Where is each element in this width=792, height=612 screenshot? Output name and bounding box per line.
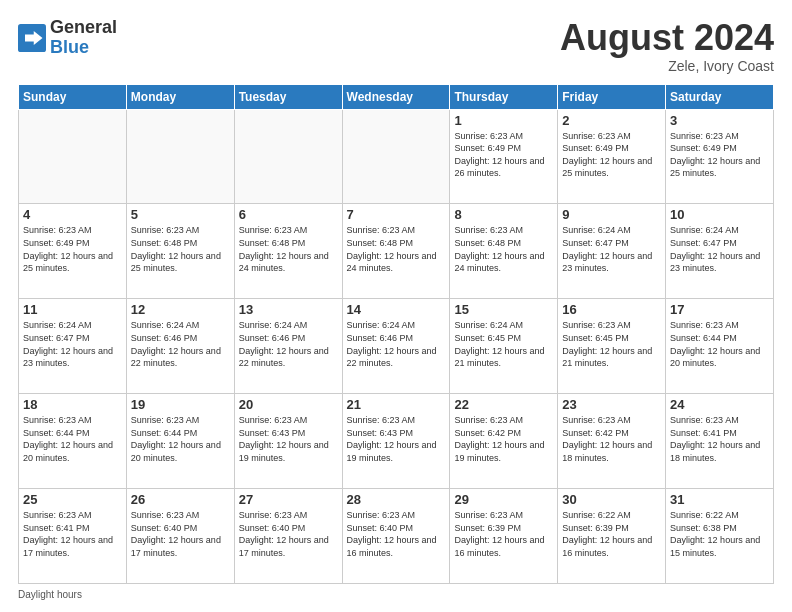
day-number: 18 [23, 397, 122, 412]
calendar-cell: 30Sunrise: 6:22 AM Sunset: 6:39 PM Dayli… [558, 489, 666, 584]
day-info: Sunrise: 6:23 AM Sunset: 6:49 PM Dayligh… [454, 130, 553, 180]
calendar-cell: 28Sunrise: 6:23 AM Sunset: 6:40 PM Dayli… [342, 489, 450, 584]
day-info: Sunrise: 6:23 AM Sunset: 6:42 PM Dayligh… [562, 414, 661, 464]
calendar-week-row: 25Sunrise: 6:23 AM Sunset: 6:41 PM Dayli… [19, 489, 774, 584]
header: General Blue August 2024 Zele, Ivory Coa… [18, 18, 774, 74]
calendar-header-row: SundayMondayTuesdayWednesdayThursdayFrid… [19, 84, 774, 109]
calendar-cell: 3Sunrise: 6:23 AM Sunset: 6:49 PM Daylig… [666, 109, 774, 204]
day-info: Sunrise: 6:23 AM Sunset: 6:42 PM Dayligh… [454, 414, 553, 464]
calendar-cell: 25Sunrise: 6:23 AM Sunset: 6:41 PM Dayli… [19, 489, 127, 584]
calendar-week-row: 11Sunrise: 6:24 AM Sunset: 6:47 PM Dayli… [19, 299, 774, 394]
calendar-week-row: 4Sunrise: 6:23 AM Sunset: 6:49 PM Daylig… [19, 204, 774, 299]
day-number: 9 [562, 207, 661, 222]
page: General Blue August 2024 Zele, Ivory Coa… [0, 0, 792, 612]
day-number: 19 [131, 397, 230, 412]
calendar-cell [342, 109, 450, 204]
day-info: Sunrise: 6:24 AM Sunset: 6:46 PM Dayligh… [239, 319, 338, 369]
day-number: 27 [239, 492, 338, 507]
calendar-day-header: Thursday [450, 84, 558, 109]
calendar-cell: 15Sunrise: 6:24 AM Sunset: 6:45 PM Dayli… [450, 299, 558, 394]
day-info: Sunrise: 6:24 AM Sunset: 6:46 PM Dayligh… [131, 319, 230, 369]
calendar-cell: 24Sunrise: 6:23 AM Sunset: 6:41 PM Dayli… [666, 394, 774, 489]
day-info: Sunrise: 6:23 AM Sunset: 6:41 PM Dayligh… [670, 414, 769, 464]
daylight-label: Daylight hours [18, 589, 82, 600]
day-number: 15 [454, 302, 553, 317]
calendar-cell: 2Sunrise: 6:23 AM Sunset: 6:49 PM Daylig… [558, 109, 666, 204]
day-number: 8 [454, 207, 553, 222]
calendar-day-header: Wednesday [342, 84, 450, 109]
calendar-cell: 18Sunrise: 6:23 AM Sunset: 6:44 PM Dayli… [19, 394, 127, 489]
calendar-cell: 23Sunrise: 6:23 AM Sunset: 6:42 PM Dayli… [558, 394, 666, 489]
day-info: Sunrise: 6:23 AM Sunset: 6:43 PM Dayligh… [239, 414, 338, 464]
day-info: Sunrise: 6:23 AM Sunset: 6:44 PM Dayligh… [670, 319, 769, 369]
calendar-cell: 19Sunrise: 6:23 AM Sunset: 6:44 PM Dayli… [126, 394, 234, 489]
calendar-cell [234, 109, 342, 204]
calendar-table: SundayMondayTuesdayWednesdayThursdayFrid… [18, 84, 774, 584]
day-number: 26 [131, 492, 230, 507]
day-info: Sunrise: 6:24 AM Sunset: 6:47 PM Dayligh… [670, 224, 769, 274]
day-info: Sunrise: 6:22 AM Sunset: 6:38 PM Dayligh… [670, 509, 769, 559]
calendar-week-row: 18Sunrise: 6:23 AM Sunset: 6:44 PM Dayli… [19, 394, 774, 489]
calendar-day-header: Tuesday [234, 84, 342, 109]
calendar-cell: 20Sunrise: 6:23 AM Sunset: 6:43 PM Dayli… [234, 394, 342, 489]
day-number: 25 [23, 492, 122, 507]
calendar-day-header: Sunday [19, 84, 127, 109]
logo-icon [18, 24, 46, 52]
day-info: Sunrise: 6:23 AM Sunset: 6:48 PM Dayligh… [131, 224, 230, 274]
day-number: 31 [670, 492, 769, 507]
day-number: 5 [131, 207, 230, 222]
day-number: 2 [562, 113, 661, 128]
calendar-cell: 7Sunrise: 6:23 AM Sunset: 6:48 PM Daylig… [342, 204, 450, 299]
logo: General Blue [18, 18, 117, 58]
month-title: August 2024 [560, 18, 774, 58]
calendar-cell: 13Sunrise: 6:24 AM Sunset: 6:46 PM Dayli… [234, 299, 342, 394]
day-number: 7 [347, 207, 446, 222]
day-number: 16 [562, 302, 661, 317]
day-info: Sunrise: 6:23 AM Sunset: 6:48 PM Dayligh… [239, 224, 338, 274]
calendar-cell: 22Sunrise: 6:23 AM Sunset: 6:42 PM Dayli… [450, 394, 558, 489]
calendar-cell: 12Sunrise: 6:24 AM Sunset: 6:46 PM Dayli… [126, 299, 234, 394]
calendar-cell: 17Sunrise: 6:23 AM Sunset: 6:44 PM Dayli… [666, 299, 774, 394]
title-block: August 2024 Zele, Ivory Coast [560, 18, 774, 74]
day-info: Sunrise: 6:23 AM Sunset: 6:40 PM Dayligh… [131, 509, 230, 559]
day-info: Sunrise: 6:24 AM Sunset: 6:47 PM Dayligh… [23, 319, 122, 369]
day-number: 6 [239, 207, 338, 222]
calendar-cell [19, 109, 127, 204]
calendar-cell: 4Sunrise: 6:23 AM Sunset: 6:49 PM Daylig… [19, 204, 127, 299]
calendar-cell: 9Sunrise: 6:24 AM Sunset: 6:47 PM Daylig… [558, 204, 666, 299]
day-info: Sunrise: 6:23 AM Sunset: 6:41 PM Dayligh… [23, 509, 122, 559]
calendar-cell: 27Sunrise: 6:23 AM Sunset: 6:40 PM Dayli… [234, 489, 342, 584]
day-number: 1 [454, 113, 553, 128]
day-info: Sunrise: 6:23 AM Sunset: 6:48 PM Dayligh… [454, 224, 553, 274]
calendar-day-header: Friday [558, 84, 666, 109]
calendar-cell [126, 109, 234, 204]
day-number: 21 [347, 397, 446, 412]
day-info: Sunrise: 6:23 AM Sunset: 6:40 PM Dayligh… [347, 509, 446, 559]
logo-text: General Blue [50, 18, 117, 58]
day-number: 12 [131, 302, 230, 317]
day-info: Sunrise: 6:23 AM Sunset: 6:49 PM Dayligh… [670, 130, 769, 180]
calendar-cell: 21Sunrise: 6:23 AM Sunset: 6:43 PM Dayli… [342, 394, 450, 489]
footer-note: Daylight hours [18, 589, 774, 600]
day-info: Sunrise: 6:23 AM Sunset: 6:44 PM Dayligh… [131, 414, 230, 464]
calendar-cell: 5Sunrise: 6:23 AM Sunset: 6:48 PM Daylig… [126, 204, 234, 299]
day-number: 13 [239, 302, 338, 317]
day-info: Sunrise: 6:23 AM Sunset: 6:48 PM Dayligh… [347, 224, 446, 274]
day-info: Sunrise: 6:23 AM Sunset: 6:45 PM Dayligh… [562, 319, 661, 369]
calendar-cell: 26Sunrise: 6:23 AM Sunset: 6:40 PM Dayli… [126, 489, 234, 584]
day-info: Sunrise: 6:23 AM Sunset: 6:49 PM Dayligh… [23, 224, 122, 274]
calendar-week-row: 1Sunrise: 6:23 AM Sunset: 6:49 PM Daylig… [19, 109, 774, 204]
calendar-cell: 8Sunrise: 6:23 AM Sunset: 6:48 PM Daylig… [450, 204, 558, 299]
day-number: 22 [454, 397, 553, 412]
calendar-cell: 16Sunrise: 6:23 AM Sunset: 6:45 PM Dayli… [558, 299, 666, 394]
day-number: 30 [562, 492, 661, 507]
day-info: Sunrise: 6:24 AM Sunset: 6:45 PM Dayligh… [454, 319, 553, 369]
day-info: Sunrise: 6:23 AM Sunset: 6:49 PM Dayligh… [562, 130, 661, 180]
day-info: Sunrise: 6:24 AM Sunset: 6:47 PM Dayligh… [562, 224, 661, 274]
day-number: 14 [347, 302, 446, 317]
day-info: Sunrise: 6:22 AM Sunset: 6:39 PM Dayligh… [562, 509, 661, 559]
day-info: Sunrise: 6:23 AM Sunset: 6:44 PM Dayligh… [23, 414, 122, 464]
day-info: Sunrise: 6:23 AM Sunset: 6:43 PM Dayligh… [347, 414, 446, 464]
calendar-day-header: Monday [126, 84, 234, 109]
calendar-cell: 10Sunrise: 6:24 AM Sunset: 6:47 PM Dayli… [666, 204, 774, 299]
